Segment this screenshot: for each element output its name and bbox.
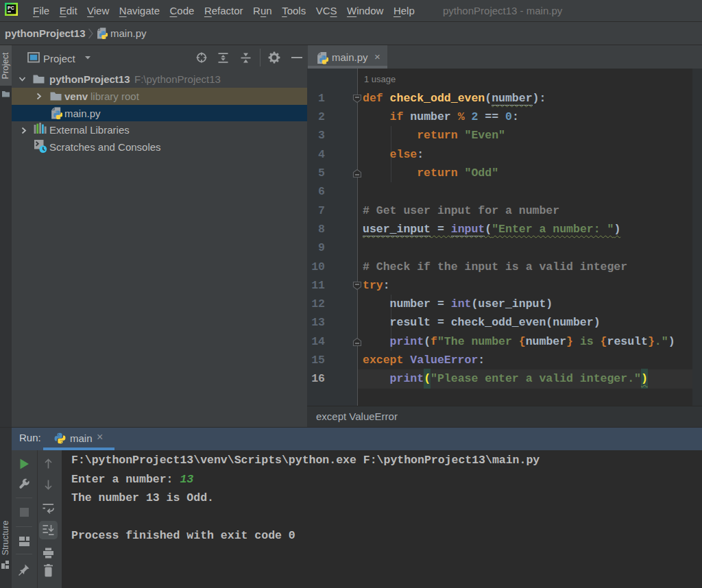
svg-text:PC: PC: [8, 5, 14, 10]
